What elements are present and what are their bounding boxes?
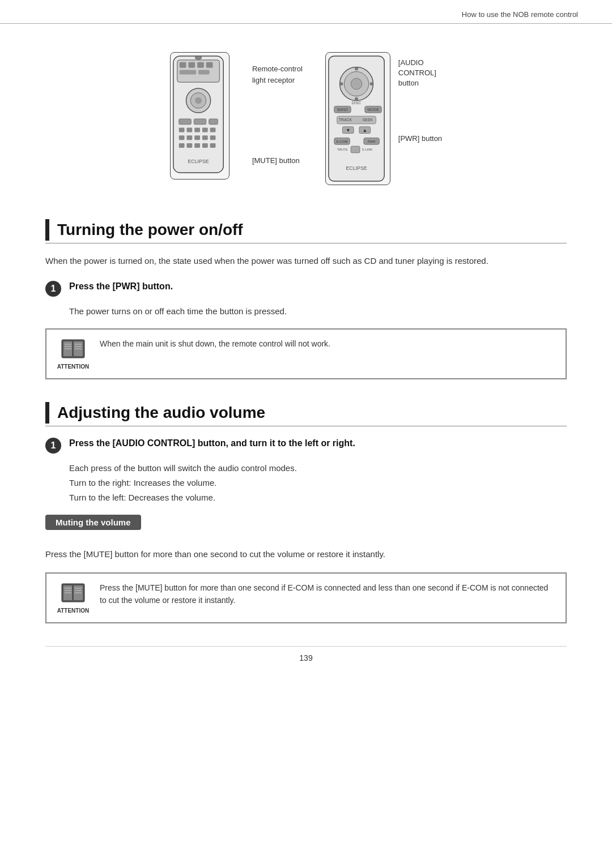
svg-rect-28 xyxy=(210,143,216,148)
svg-text:PWR: PWR xyxy=(367,140,375,143)
svg-text:ECLIPSE: ECLIPSE xyxy=(188,159,209,164)
svg-point-10 xyxy=(195,97,202,104)
attention-icon-1: ATTENTION xyxy=(57,337,90,370)
power-step-1-text: Press the [PWR] button. xyxy=(69,280,173,293)
audio-step-1: 1 Press the [AUDIO CONTROL] button, and … xyxy=(45,437,567,454)
svg-rect-27 xyxy=(202,143,208,148)
svg-rect-57 xyxy=(351,146,360,153)
svg-rect-19 xyxy=(179,135,185,140)
muting-sub-section: Muting the volume xyxy=(45,515,567,539)
audio-section-heading: Adjusting the audio volume xyxy=(45,402,567,426)
remote-right-svg: BAND MODE DISC TRACK SEEK ▼ ▲ E xyxy=(325,52,390,185)
svg-text:DISC: DISC xyxy=(352,101,361,105)
main-content: ECLIPSE Remote-control light receptor [M… xyxy=(0,24,612,696)
svg-rect-24 xyxy=(179,143,185,148)
power-attention-text: When the main unit is shut down, the rem… xyxy=(100,337,555,350)
audio-attention-text: Press the [MUTE] button for more than on… xyxy=(100,581,555,607)
svg-text:▼: ▼ xyxy=(346,127,351,133)
pwr-label: [PWR] button xyxy=(398,134,442,143)
audio-control-label: [AUDIO CONTROL] button xyxy=(398,58,442,89)
power-step-1: 1 Press the [PWR] button. xyxy=(45,280,567,297)
svg-rect-14 xyxy=(179,128,185,132)
audio-step-1-desc: Each press of the button will switch the… xyxy=(69,461,567,504)
svg-text:*MUTE: *MUTE xyxy=(337,148,347,151)
svg-point-37 xyxy=(339,82,343,85)
svg-rect-5 xyxy=(206,62,213,68)
page-container: How to use the NOB remote control xyxy=(0,0,612,868)
svg-rect-13 xyxy=(209,119,218,125)
diagram-area: ECLIPSE Remote-control light receptor [M… xyxy=(45,41,567,196)
page-number: 139 xyxy=(45,646,567,662)
mute-label: [MUTE] button xyxy=(252,155,303,165)
audio-attention-box: ATTENTION Press the [MUTE] button for mo… xyxy=(45,572,567,623)
power-step-1-desc: The power turns on or off each time the … xyxy=(69,305,567,318)
svg-rect-2 xyxy=(180,62,186,68)
svg-rect-7 xyxy=(198,70,210,75)
svg-rect-25 xyxy=(186,143,192,148)
svg-rect-26 xyxy=(194,143,200,148)
muting-badge: Muting the volume xyxy=(45,515,141,530)
svg-point-30 xyxy=(195,56,202,59)
svg-text:▲: ▲ xyxy=(362,127,367,133)
remote-control-label: Remote-control light receptor xyxy=(252,63,303,85)
svg-point-35 xyxy=(355,67,358,71)
audio-step-1-text: Press the [AUDIO CONTROL] button, and tu… xyxy=(69,437,355,450)
step-number-1: 1 xyxy=(45,281,61,297)
remote-left-svg: ECLIPSE xyxy=(170,52,230,179)
power-section: Turning the power on/off When the power … xyxy=(45,219,567,379)
svg-rect-12 xyxy=(194,119,206,125)
page-header: How to use the NOB remote control xyxy=(0,0,612,24)
svg-rect-21 xyxy=(194,135,200,140)
attention-label-1: ATTENTION xyxy=(57,364,89,370)
diagram-middle-labels: Remote-control light receptor [MUTE] but… xyxy=(246,52,308,182)
svg-text:S.LINK: S.LINK xyxy=(362,148,373,151)
svg-text:MODE: MODE xyxy=(367,108,379,112)
svg-text:E-COM: E-COM xyxy=(336,140,347,143)
attention-label-2: ATTENTION xyxy=(57,608,89,614)
svg-rect-18 xyxy=(210,128,216,132)
section-bar-2 xyxy=(45,402,49,424)
book-icon-2 xyxy=(59,581,87,606)
attention-icon-2: ATTENTION xyxy=(57,581,90,614)
step-number-audio-1: 1 xyxy=(45,438,61,454)
power-section-title: Turning the power on/off xyxy=(57,221,243,239)
svg-rect-11 xyxy=(179,119,192,125)
right-labels: [AUDIO CONTROL] button [PWR] button xyxy=(398,52,442,143)
svg-point-38 xyxy=(369,82,373,85)
remote-left: ECLIPSE xyxy=(170,52,230,179)
header-title: How to use the NOB remote control xyxy=(462,10,578,19)
audio-section-title: Adjusting the audio volume xyxy=(57,404,265,422)
svg-rect-6 xyxy=(180,70,196,75)
svg-rect-3 xyxy=(188,62,195,68)
svg-rect-4 xyxy=(197,62,204,68)
svg-text:SEEK: SEEK xyxy=(362,118,373,122)
svg-point-34 xyxy=(351,78,362,89)
section-bar xyxy=(45,219,49,241)
power-section-desc: When the power is turned on, the state u… xyxy=(45,254,567,268)
book-icon-1 xyxy=(59,337,87,362)
svg-rect-16 xyxy=(194,128,200,132)
audio-section: Adjusting the audio volume 1 Press the [… xyxy=(45,402,567,624)
svg-rect-22 xyxy=(202,135,208,140)
svg-text:ECLIPSE: ECLIPSE xyxy=(346,165,367,171)
svg-rect-17 xyxy=(202,128,208,132)
remote-right-area: BAND MODE DISC TRACK SEEK ▼ ▲ E xyxy=(325,52,442,185)
svg-rect-23 xyxy=(210,135,216,140)
power-section-heading: Turning the power on/off xyxy=(45,219,567,243)
svg-rect-20 xyxy=(186,135,192,140)
svg-rect-15 xyxy=(186,128,192,132)
svg-text:TRACK: TRACK xyxy=(339,118,352,122)
muting-desc: Press the [MUTE] button for more than on… xyxy=(45,547,567,562)
svg-text:BAND: BAND xyxy=(337,108,348,112)
power-attention-box: ATTENTION When the main unit is shut dow… xyxy=(45,328,567,379)
svg-point-36 xyxy=(355,97,358,101)
